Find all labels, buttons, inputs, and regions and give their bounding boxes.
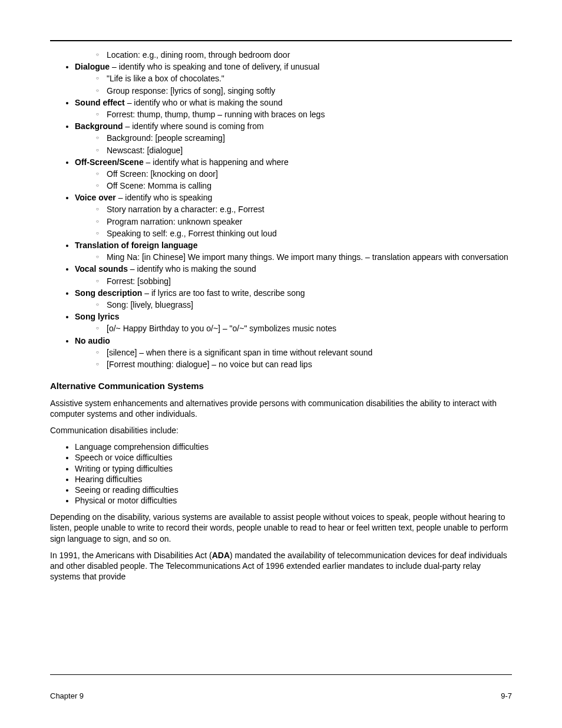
bullet-label: Vocal sounds xyxy=(75,264,128,274)
paragraph: In 1991, the Americans with Disabilities… xyxy=(50,550,512,582)
bullet-label: Voice over xyxy=(75,193,116,202)
bullet-label: Off-Screen/Scene xyxy=(75,157,144,167)
sub-list: [o/~ Happy Birthday to you o/~] – "o/~" … xyxy=(75,323,512,334)
footer-right: 9-7 xyxy=(501,691,512,700)
sub-list: Forrest: thump, thump, thump – running w… xyxy=(75,109,512,120)
list-item: [silence] – when there is a significant … xyxy=(100,347,512,358)
sub-list: Off Screen: [knocking on door]Off Scene:… xyxy=(75,169,512,191)
preceding-sublist: Location: e.g., dining room, through bed… xyxy=(50,50,512,60)
list-item: Forrest: [sobbing] xyxy=(100,276,512,286)
section-heading: Alternative Communication Systems xyxy=(50,380,512,392)
list-item: Hearing difficulties xyxy=(75,474,512,485)
bold-term: ADA xyxy=(212,551,230,560)
bullet-label: Song lyrics xyxy=(75,312,119,321)
bullet-label: Background xyxy=(75,121,123,131)
list-item: Off Screen: [knocking on door] xyxy=(100,169,512,179)
list-item: Seeing or reading difficulties xyxy=(75,485,512,495)
list-item: Sound effect – identify who or what is m… xyxy=(75,97,512,120)
list-item: Location: e.g., dining room, through bed… xyxy=(100,50,512,60)
bullet-label: Sound effect xyxy=(75,98,125,107)
list-item: Background: [people screaming] xyxy=(100,133,512,143)
sub-list: Background: [people screaming]Newscast: … xyxy=(75,133,512,155)
list-item: [Forrest mouthing: dialogue] – no voice … xyxy=(100,359,512,370)
bullet-desc: – identify what is happening and where xyxy=(144,157,289,167)
bullet-desc: – if lyrics are too fast to write, descr… xyxy=(142,288,305,298)
list-item: Vocal sounds – identify who is making th… xyxy=(75,263,512,286)
main-list: Dialogue – identify who is speaking and … xyxy=(50,61,512,370)
sub-list: Song: [lively, bluegrass] xyxy=(75,299,512,310)
list-item: Song lyrics[o/~ Happy Birthday to you o/… xyxy=(75,311,512,334)
list-item: Ming Na: [in Chinese] We import many thi… xyxy=(100,252,512,262)
footer-left: Chapter 9 xyxy=(50,691,84,700)
list-item: Program narration: unknown speaker xyxy=(100,216,512,227)
bullet-desc: – identify who or what is making the sou… xyxy=(125,98,283,107)
sub-list: [silence] – when there is a significant … xyxy=(75,347,512,370)
list-item: Group response: [lyrics of song], singin… xyxy=(100,85,512,96)
list-item: Newscast: [dialogue] xyxy=(100,145,512,156)
bullet-desc: – identify who is making the sound xyxy=(128,264,256,274)
sub-list: "Life is like a box of chocolates."Group… xyxy=(75,73,512,95)
text: In 1991, the Americans with Disabilities… xyxy=(50,551,212,560)
list-item: Off Scene: Momma is calling xyxy=(100,180,512,191)
bullet-label: Translation of foreign language xyxy=(75,241,197,250)
paragraph: Assistive system enhancements and altern… xyxy=(50,398,512,419)
sub-list: Ming Na: [in Chinese] We import many thi… xyxy=(75,252,512,262)
list-item: Story narration by a character: e.g., Fo… xyxy=(100,204,512,215)
sub-list: Story narration by a character: e.g., Fo… xyxy=(75,204,512,239)
list-item: Language comprehension difficulties xyxy=(75,442,512,452)
list-item: Off-Screen/Scene – identify what is happ… xyxy=(75,157,512,192)
list-item: No audio[silence] – when there is a sign… xyxy=(75,335,512,370)
list-item: Speech or voice difficulties xyxy=(75,452,512,463)
list-item: Physical or motor difficulties xyxy=(75,495,512,506)
disabilities-list: Language comprehension difficultiesSpeec… xyxy=(50,442,512,506)
list-item: Voice over – identify who is speakingSto… xyxy=(75,192,512,239)
sub-list: Forrest: [sobbing] xyxy=(75,276,512,286)
paragraph: Communication disabilities include: xyxy=(50,425,512,436)
list-item: Speaking to self: e.g., Forrest thinking… xyxy=(100,228,512,239)
list-item: Background – identify where sound is com… xyxy=(75,121,512,156)
bullet-desc: – identify who is speaking xyxy=(116,193,212,202)
bullet-desc: – identify who is speaking and tone of d… xyxy=(110,62,319,71)
bullet-desc: – identify where sound is coming from xyxy=(123,121,264,131)
bullet-label: No audio xyxy=(75,336,110,345)
bullet-label: Dialogue xyxy=(75,62,110,71)
page-content: Location: e.g., dining room, through bed… xyxy=(50,50,512,588)
paragraph: Depending on the disability, various sys… xyxy=(50,512,512,544)
list-item: "Life is like a box of chocolates." xyxy=(100,73,512,84)
list-item: Dialogue – identify who is speaking and … xyxy=(75,61,512,96)
list-item: Writing or typing difficulties xyxy=(75,463,512,474)
list-item: Translation of foreign languageMing Na: … xyxy=(75,240,512,262)
list-item: Forrest: thump, thump, thump – running w… xyxy=(100,109,512,120)
bullet-label: Song description xyxy=(75,288,142,298)
list-item: Song description – if lyrics are too fas… xyxy=(75,288,512,310)
list-item: [o/~ Happy Birthday to you o/~] – "o/~" … xyxy=(100,323,512,334)
list-item: Song: [lively, bluegrass] xyxy=(100,299,512,310)
